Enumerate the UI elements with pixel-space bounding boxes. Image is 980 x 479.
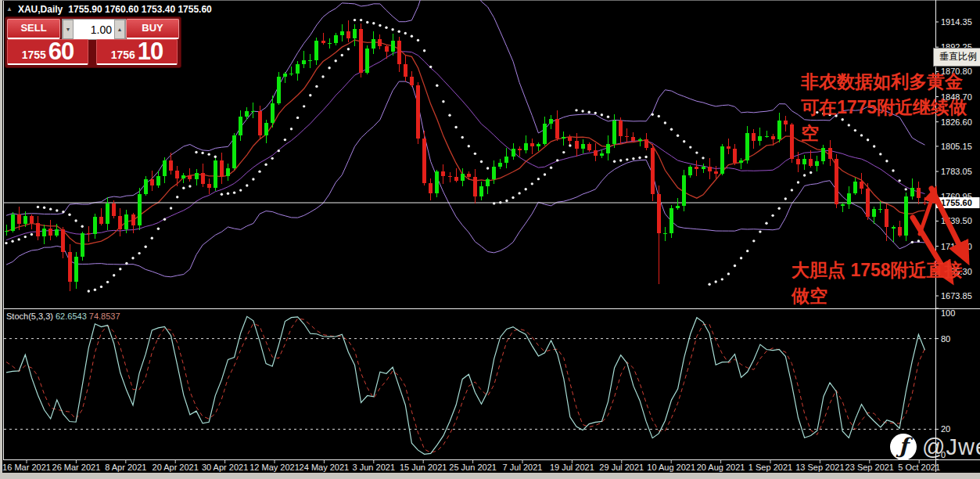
annotation-short-at-1775: 非农数据如利多黄金 可在1775附近继续做 空: [801, 69, 967, 146]
volume-stepper: ▼ ▲: [62, 19, 126, 40]
svg-text:7 Jul 2021: 7 Jul 2021: [503, 463, 543, 472]
stoch-name: Stoch(5,3,3): [6, 312, 53, 321]
annotation-short-at-1758: 大胆点 1758附近直接 做空: [792, 258, 963, 309]
f-lightning-logo-icon: ƒ: [890, 434, 917, 460]
symbol-timeframe: XAU,Daily: [18, 4, 63, 15]
vertical-scale-tooltip: 垂直比例: [933, 48, 980, 67]
mt4-chart-window: 1914.351892.251870.801848.701826.601805.…: [0, 0, 980, 479]
volume-increase-icon[interactable]: ▲: [114, 20, 125, 39]
ask-price[interactable]: 1756 10: [96, 39, 178, 65]
ohlc-values: 1755.90 1760.60 1753.40 1755.60: [68, 4, 212, 15]
svg-text:8 Apr 2021: 8 Apr 2021: [105, 463, 146, 472]
ask-price-small: 1756: [111, 47, 135, 63]
bid-price[interactable]: 1755 60: [7, 39, 88, 65]
watermark: ƒ @Jwen: [890, 434, 980, 460]
svg-text:1783.05: 1783.05: [941, 167, 972, 176]
svg-text:29 Jul 2021: 29 Jul 2021: [599, 463, 644, 472]
bid-price-small: 1755: [22, 47, 46, 63]
svg-text:5 Oct 2021: 5 Oct 2021: [898, 463, 940, 472]
svg-text:3 Jun 2021: 3 Jun 2021: [353, 463, 395, 472]
svg-text:25 Jun 2021: 25 Jun 2021: [449, 463, 497, 472]
svg-text:100: 100: [941, 308, 955, 318]
svg-text:13 Sep 2021: 13 Sep 2021: [795, 463, 844, 472]
one-click-trade-panel: SELL ▼ ▲ BUY 1755 60 1756 10: [5, 16, 181, 68]
svg-text:16 Mar 2021: 16 Mar 2021: [2, 463, 51, 472]
svg-text:20 Apr 2021: 20 Apr 2021: [153, 463, 199, 472]
svg-text:20: 20: [941, 424, 950, 434]
svg-text:1914.35: 1914.35: [941, 17, 972, 27]
ask-price-big: 10: [138, 40, 163, 63]
svg-text:1 Sep 2021: 1 Sep 2021: [748, 463, 792, 472]
stoch-k-value: 62.6543: [56, 312, 87, 321]
volume-decrease-icon[interactable]: ▼: [63, 20, 74, 39]
sell-button[interactable]: SELL: [7, 19, 60, 39]
current-price-label: 1755.60: [941, 198, 972, 207]
chart-title: ▲ XAU,Daily 1755.90 1760.60 1753.40 1755…: [6, 4, 212, 15]
svg-text:12 May 2021: 12 May 2021: [249, 463, 300, 472]
svg-text:24 May 2021: 24 May 2021: [300, 463, 350, 472]
svg-text:80: 80: [941, 334, 950, 344]
stoch-d-value: 74.8537: [89, 312, 120, 321]
stochastic-indicator-label: Stoch(5,3,3) 62.6543 74.8537: [6, 312, 120, 321]
svg-text:20 Aug 2021: 20 Aug 2021: [697, 463, 745, 472]
volume-input[interactable]: [74, 20, 114, 39]
buy-button[interactable]: BUY: [126, 19, 179, 39]
watermark-handle: @Jwen: [922, 434, 980, 460]
svg-text:26 Mar 2021: 26 Mar 2021: [52, 463, 101, 472]
collapse-toggle-icon[interactable]: ▲: [6, 5, 13, 14]
svg-text:30 Apr 2021: 30 Apr 2021: [202, 463, 248, 472]
svg-text:15 Jun 2021: 15 Jun 2021: [400, 463, 447, 472]
bid-price-big: 60: [48, 40, 74, 63]
svg-text:10 Aug 2021: 10 Aug 2021: [647, 463, 695, 472]
svg-text:23 Sep 2021: 23 Sep 2021: [845, 463, 894, 472]
svg-text:19 Jul 2021: 19 Jul 2021: [550, 463, 594, 472]
date-axis[interactable]: 16 Mar 202126 Mar 20218 Apr 202120 Apr 2…: [2, 460, 940, 472]
